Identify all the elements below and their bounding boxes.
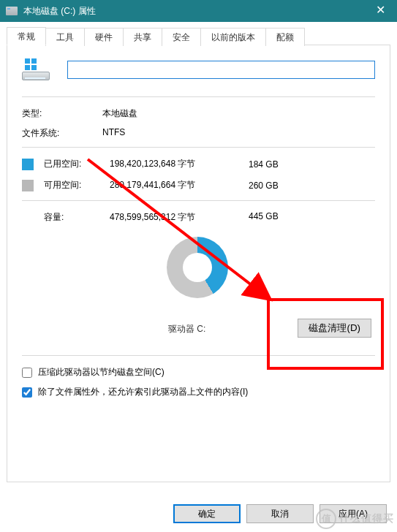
volume-name-input[interactable] [67, 61, 375, 79]
divider [22, 355, 375, 356]
used-label: 已用空间: [44, 158, 110, 170]
compress-checkbox[interactable] [22, 368, 32, 378]
titlebar: 本地磁盘 (C:) 属性 ✕ [0, 0, 397, 22]
row-filesystem: 文件系统: NTFS [22, 127, 375, 140]
ok-button[interactable]: 确定 [173, 504, 241, 523]
fs-value: NTFS [102, 127, 125, 140]
usage-donut-chart [167, 237, 228, 298]
tab-quota[interactable]: 配额 [265, 28, 305, 46]
tab-general[interactable]: 常规 [7, 27, 46, 45]
footer-buttons: 确定 取消 应用(A) [0, 504, 397, 523]
disk-cleanup-button[interactable]: 磁盘清理(D) [298, 319, 371, 338]
divider [22, 200, 375, 201]
dialog-body: 常规 工具 硬件 共享 安全 以前的版本 配额 类型: 本地磁盘 文件系统: N… [0, 22, 397, 489]
tab-previous-versions[interactable]: 以前的版本 [200, 28, 266, 46]
row-free: 可用空间: 280,179,441,664 字节 260 GB [22, 179, 375, 191]
tab-panel-general: 类型: 本地磁盘 文件系统: NTFS 已用空间: 198,420,123,64… [7, 45, 390, 482]
free-gb: 260 GB [249, 180, 300, 191]
used-bytes: 198,420,123,648 字节 [110, 158, 249, 170]
divider [22, 96, 375, 97]
row-used: 已用空间: 198,420,123,648 字节 184 GB [22, 158, 375, 170]
header-row [22, 58, 375, 80]
index-checkbox[interactable] [22, 387, 32, 398]
fs-label: 文件系统: [22, 127, 102, 140]
tab-tools[interactable]: 工具 [45, 28, 85, 46]
drive-large-icon [22, 58, 51, 80]
tab-sharing[interactable]: 共享 [123, 28, 162, 46]
tab-hardware[interactable]: 硬件 [84, 28, 124, 46]
index-label[interactable]: 除了文件属性外，还允许索引此驱动器上文件的内容(I) [38, 386, 248, 398]
usage-donut-wrap [22, 237, 375, 310]
used-gb: 184 GB [249, 159, 300, 170]
cancel-button[interactable]: 取消 [246, 504, 314, 523]
divider [22, 147, 375, 148]
compress-row: 压缩此驱动器以节约磁盘空间(C) [22, 366, 375, 379]
space-table: 已用空间: 198,420,123,648 字节 184 GB 可用空间: 28… [22, 158, 375, 191]
capacity-bytes: 478,599,565,312 字节 [110, 211, 249, 224]
tab-row: 常规 工具 硬件 共享 安全 以前的版本 配额 [7, 26, 390, 45]
index-row: 除了文件属性外，还允许索引此驱动器上文件的内容(I) [22, 386, 375, 398]
row-type: 类型: 本地磁盘 [22, 107, 375, 120]
capacity-label: 容量: [22, 211, 110, 224]
capacity-gb: 445 GB [249, 211, 279, 224]
used-color-swatch [22, 159, 34, 170]
row-capacity: 容量: 478,599,565,312 字节 445 GB [22, 211, 375, 224]
free-color-swatch [22, 180, 34, 191]
drive-row: 驱动器 C: 磁盘清理(D) [22, 316, 375, 345]
free-label: 可用空间: [44, 179, 110, 191]
type-label: 类型: [22, 107, 102, 120]
apply-button[interactable]: 应用(A) [320, 504, 387, 523]
type-value: 本地磁盘 [102, 107, 137, 120]
free-bytes: 280,179,441,664 字节 [110, 179, 249, 191]
drive-icon [6, 7, 18, 15]
window-title: 本地磁盘 (C:) 属性 [23, 5, 363, 18]
compress-label[interactable]: 压缩此驱动器以节约磁盘空间(C) [38, 366, 165, 379]
drive-label: 驱动器 C: [168, 323, 205, 335]
tab-security[interactable]: 安全 [162, 28, 201, 46]
close-button[interactable]: ✕ [363, 0, 397, 22]
